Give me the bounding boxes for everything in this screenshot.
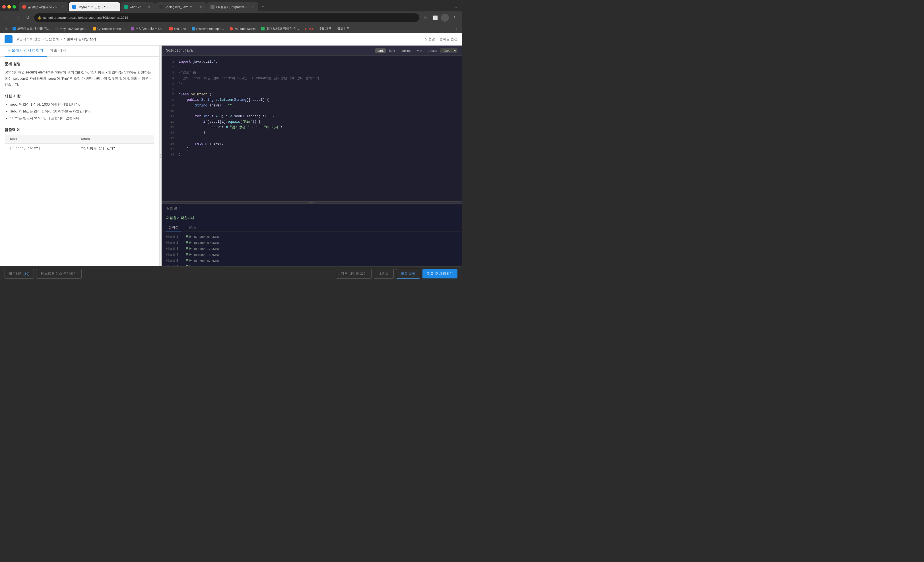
code-line-12: 12 if(seoul[i].equals("Kim")) { xyxy=(162,119,462,125)
submit-button[interactable]: 제출 후 채점하기 xyxy=(423,269,458,278)
code-line-15: 15 } xyxy=(162,136,462,141)
add-test-case-button[interactable]: 테스트 케이스 추가하기 xyxy=(36,269,82,279)
code-line-5: 5 */ xyxy=(162,81,462,87)
bookmark-favicon xyxy=(93,27,96,30)
browser-tab-3[interactable]: ChatGPT × xyxy=(121,2,155,11)
tab-testcase[interactable]: 테스트 xyxy=(184,224,199,231)
bookmarks-bar: ⊞ 코딩테스트 대비를 위... tony9402/baekjoo... Git… xyxy=(0,24,462,33)
bookmark-favicon xyxy=(261,27,265,30)
bookmark-coding-test[interactable]: 코딩테스트 대비를 위... xyxy=(10,26,52,31)
bookmark-label: Git remote branch... xyxy=(97,27,125,30)
execution-results-label: 실행 결과 xyxy=(166,206,181,210)
run-code-button[interactable]: 코드 실행 xyxy=(396,269,420,279)
tab-title-3: ChatGPT xyxy=(130,5,145,9)
theme-dark[interactable]: dark xyxy=(375,48,386,53)
bookmark-favicon xyxy=(55,27,58,30)
resize-handle-horizontal[interactable] xyxy=(162,201,462,204)
tab-submissions[interactable]: 제출 내역 xyxy=(46,45,69,57)
io-col-header-seoul: seoul xyxy=(5,135,76,143)
theme-light[interactable]: light xyxy=(387,48,397,53)
tab-close-2[interactable]: × xyxy=(112,5,117,9)
constraints-list: seoul은 길이 1 이상, 1000 이하인 배열입니다. seoul의 원… xyxy=(4,101,154,122)
bookmark-favicon xyxy=(192,27,195,30)
io-cell-input: ["Jane", "Kim"] xyxy=(5,143,76,153)
problem-section-title: 문제 설명 xyxy=(4,62,154,67)
pg-header: P 코딩테스트 연습 › 연습문제 › 서울에서 김서방 찾기 도움말 컴파일 … xyxy=(0,33,462,45)
results-content: 테스트 1 통과 (6.84ms, 81.9MB) 테스트 2 통과 (8.71… xyxy=(162,231,462,266)
new-tab-button[interactable]: + xyxy=(259,3,267,11)
problem-description: String형 배열 seoul의 element중 "Kim"의 위치 x를 … xyxy=(4,69,154,88)
url-bar[interactable]: 🔒 school.programmers.co.kr/learn/courses… xyxy=(34,14,419,22)
profile-avatar[interactable] xyxy=(441,14,449,22)
ask-button[interactable]: 질문하기 (36) xyxy=(4,269,34,279)
bookmark-algorithm[interactable]: 알고리즘 xyxy=(335,26,352,31)
file-name: Solution.java xyxy=(166,49,193,53)
help-link[interactable]: 도움말 xyxy=(425,37,435,42)
browser-chrome: 꿈 많은 사람의 이야기 × 코딩테스트 연습 - 서울에서 김서방... × … xyxy=(0,0,462,33)
extensions-icon[interactable]: ⬜ xyxy=(431,14,439,22)
breadcrumb-item-1[interactable]: 코딩테스트 연습 xyxy=(16,37,40,42)
tab-accuracy[interactable]: 정확성 xyxy=(166,224,181,231)
test-result-5: 테스트 5 통과 (8.07ms, 87.8MB) xyxy=(166,258,458,264)
tab-problem[interactable]: 서울에서 김서방 찾기 xyxy=(4,45,46,57)
tab-close-3[interactable]: × xyxy=(147,5,152,9)
url-text: school.programmers.co.kr/learn/courses/3… xyxy=(43,16,128,20)
constraint-item: "Kim"은 반드시 seoul 안에 포함되어 있습니다. xyxy=(10,115,154,122)
language-selector[interactable]: Java xyxy=(440,48,458,53)
forward-button[interactable]: → xyxy=(14,14,22,22)
maximize-window-btn[interactable] xyxy=(12,5,16,9)
bookmark-git[interactable]: Git remote branch... xyxy=(90,27,127,31)
reset-button[interactable]: 초기화 xyxy=(374,269,394,279)
browser-tab-4[interactable]: CodingTest_Java/프로그래머스/... × xyxy=(155,2,207,11)
tab-more-button[interactable]: ⌄ xyxy=(452,3,460,11)
apps-grid-icon[interactable]: ⊞ xyxy=(3,26,9,32)
bookmark-notes[interactable]: 내가 보려고 정리한 정... xyxy=(259,26,301,31)
other-solutions-button[interactable]: 다른 사람의 풀이 xyxy=(336,269,372,279)
io-table-row: ["Jane", "Kim"] "김서방은 1에 있다" xyxy=(5,143,154,153)
io-cell-output: "김서방은 1에 있다" xyxy=(76,143,154,153)
browser-tab-1[interactable]: 꿈 많은 사람의 이야기 × xyxy=(19,2,68,11)
bookmark-youtube-music[interactable]: YouTube Music xyxy=(227,27,258,31)
theme-emacs[interactable]: emacs xyxy=(426,48,439,53)
back-button[interactable]: ← xyxy=(3,14,11,22)
bookmarks-more-button[interactable]: » xyxy=(454,26,459,31)
browser-menu-icon[interactable]: ⋮ xyxy=(451,14,459,22)
bookmark-commit[interactable]: 커밋(commit) 남짜... xyxy=(129,26,166,31)
reload-button[interactable]: ↺ xyxy=(24,14,32,22)
code-editor[interactable]: 1 import java.util.*; 2 3 /*알고리즘 4 - 만약 … xyxy=(162,56,462,201)
results-area: 실행 결과 채점을 시작합니다. 정확성 테스트 테스트 1 통과 xyxy=(162,204,462,266)
bookmark-ds[interactable]: ● DS● xyxy=(302,27,316,31)
bookmark-label: YouTube Music xyxy=(234,27,255,30)
tab-close-1[interactable]: × xyxy=(60,5,65,9)
results-tabs: 정확성 테스트 xyxy=(162,222,462,231)
tab-favicon-2 xyxy=(72,5,76,9)
breadcrumb-item-2[interactable]: 연습문제 xyxy=(45,37,59,42)
code-line-4: 4 - 만약 seoul 배열 안에 "kim"이 있다면 -> answer는… xyxy=(162,76,462,81)
bookmark-discover[interactable]: Discover the top s... xyxy=(189,27,226,31)
tab-close-5[interactable]: × xyxy=(250,5,255,9)
bookmark-label: 내가 보려고 정리한 정... xyxy=(266,27,299,31)
close-window-btn[interactable] xyxy=(2,5,6,9)
bookmark-label: 알고리즘 xyxy=(337,27,350,31)
io-title: 입출력 예 xyxy=(4,127,154,132)
problem-content: 문제 설명 String형 배열 seoul의 element중 "Kim"의 … xyxy=(0,57,159,266)
breadcrumb-sep-1: › xyxy=(42,37,44,41)
resize-handle-vertical[interactable] xyxy=(159,45,162,266)
main-content: P 코딩테스트 연습 › 연습문제 › 서울에서 김서방 찾기 도움말 컴파일 … xyxy=(0,33,462,281)
tab-close-4[interactable]: × xyxy=(199,5,203,9)
theme-sublime[interactable]: sublime xyxy=(399,48,414,53)
left-panel: 서울에서 김서방 찾기 제출 내역 문제 설명 String형 배열 seoul… xyxy=(0,45,159,266)
minimize-window-btn[interactable] xyxy=(8,5,11,9)
code-line-7: 7 class Solution { xyxy=(162,92,462,98)
browser-tab-5[interactable]: (작성중) [Programmers / Leve... × xyxy=(207,2,258,11)
compile-options-link[interactable]: 컴파일 옵션 xyxy=(440,37,458,42)
theme-vim[interactable]: vim xyxy=(415,48,424,53)
bookmark-baekjoon[interactable]: tony9402/baekjoo... xyxy=(53,27,89,31)
bookmark-youtube[interactable]: YouTube xyxy=(167,27,188,31)
youtube-music-favicon xyxy=(230,27,233,30)
browser-tab-2[interactable]: 코딩테스트 연습 - 서울에서 김서방... × xyxy=(69,2,120,11)
bookmark-label: Discover the top s... xyxy=(196,27,224,30)
tab-title-4: CodingTest_Java/프로그래머스/... xyxy=(164,5,197,9)
bookmark-job[interactable]: 5월 채용 xyxy=(317,26,334,31)
bookmark-star-icon[interactable]: ☆ xyxy=(422,14,430,22)
